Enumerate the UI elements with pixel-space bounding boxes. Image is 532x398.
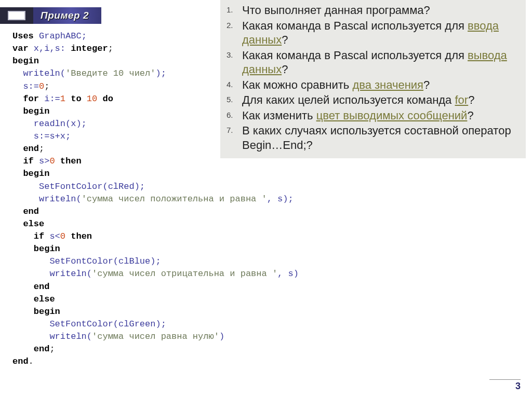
code-kw: begin	[12, 307, 60, 317]
code-str: 'сумма чисел положительна и равна '	[82, 194, 267, 204]
code-kw: if	[12, 156, 34, 166]
question-item: Что выполняет данная программа?	[223, 3, 521, 18]
code-text: ;	[108, 44, 113, 53]
code-kw: do	[97, 94, 113, 104]
question-text: ?	[282, 63, 288, 76]
title-main: Пример 2	[33, 7, 101, 24]
code-ident: readln(x);	[12, 119, 87, 129]
code-ident: s:=	[12, 81, 39, 91]
code-ident: );	[155, 68, 166, 78]
question-text: Что выполняет данная программа?	[242, 4, 430, 17]
code-num: 10	[87, 94, 97, 104]
question-text: В каких случаях используется составной о…	[242, 124, 511, 152]
slide: Пример 2 Uses GraphABC; var x,i,s: integ…	[0, 0, 532, 398]
code-kw: if	[12, 231, 44, 241]
code-text: ;	[49, 344, 55, 354]
code-text: .	[29, 356, 34, 366]
code-kw: else	[12, 219, 44, 229]
code-str: 'сумма чисел отрицательна и равна '	[92, 269, 277, 279]
code-ident: i:=	[39, 94, 60, 104]
page-number: 3	[489, 379, 521, 392]
question-link[interactable]: цвет выводимых сообщений	[316, 109, 468, 122]
code-kw: var	[12, 44, 29, 53]
question-text: Как можно сравнить	[242, 78, 352, 91]
code-ident: writeln(	[12, 269, 92, 279]
code-text: ;	[39, 144, 44, 154]
code-ident: writeln(	[12, 332, 92, 341]
code-ident: s:=s+x;	[12, 131, 71, 141]
question-link[interactable]: два значения	[352, 78, 423, 91]
question-item: В каких случаях используется составной о…	[223, 123, 521, 152]
code-str: 'сумма чисел равна нулю'	[92, 332, 219, 341]
question-text: ?	[282, 33, 288, 46]
code-kw: begin	[12, 56, 39, 66]
code-kw: else	[12, 294, 55, 304]
code-kw: integer	[71, 44, 108, 53]
code-num: 0	[39, 81, 44, 91]
question-link[interactable]: for	[455, 93, 468, 106]
code-ident: writeln(	[12, 194, 82, 204]
code-kw: for	[12, 94, 39, 104]
question-text: Как изменить	[242, 109, 316, 122]
code-num: 0	[60, 231, 65, 241]
code-ident: GraphABC;	[34, 31, 87, 41]
code-kw: end	[12, 144, 39, 154]
question-text: ?	[467, 109, 473, 122]
title-decor-icon	[0, 7, 33, 24]
questions-panel: Что выполняет данная программа? Какая ко…	[220, 0, 526, 158]
code-num: 1	[60, 94, 65, 104]
code-ident: writeln(	[12, 68, 65, 78]
code-kw: begin	[12, 106, 49, 116]
question-item: Какая команда в Pascal используется для …	[223, 19, 521, 47]
code-ident: s<	[44, 231, 60, 241]
question-text: ?	[468, 93, 474, 106]
slide-title: Пример 2	[41, 10, 89, 21]
question-text: Для каких целей используется команда	[242, 93, 455, 106]
question-item: Как изменить цвет выводимых сообщений?	[223, 108, 521, 123]
code-kw: end	[12, 356, 29, 366]
question-item: Для каких целей используется команда for…	[223, 93, 521, 107]
code-kw: end	[12, 207, 39, 216]
code-kw: end	[12, 344, 49, 354]
code-text: ;	[44, 81, 49, 91]
code-kw: begin	[12, 169, 49, 179]
code-ident: , s)	[277, 269, 299, 279]
question-text: Какая команда в Pascal используется для	[242, 19, 468, 32]
code-ident: SetFontColor(clBlue);	[12, 256, 161, 266]
code-kw: then	[55, 156, 82, 166]
code-kw: Uses	[12, 31, 34, 41]
code-ident: SetFontColor(clGreen);	[12, 319, 166, 329]
code-num: 0	[49, 156, 55, 166]
code-kw: to	[65, 94, 87, 104]
question-text: Какая команда в Pascal используется для	[242, 49, 468, 62]
question-item: Какая команда в Pascal используется для …	[223, 48, 521, 77]
title-bar: Пример 2	[0, 7, 101, 24]
code-ident: SetFontColor(clRed);	[12, 182, 145, 191]
title-decor-inner	[8, 11, 25, 20]
questions-list: Что выполняет данная программа? Какая ко…	[223, 3, 521, 152]
code-str: 'Введите 10 чиел'	[65, 68, 155, 78]
question-item: Как можно сравнить два значения?	[223, 78, 521, 92]
code-ident: s>	[34, 156, 50, 166]
code-ident: )	[219, 332, 224, 341]
code-ident: , s);	[267, 194, 294, 204]
code-ident: x,i,s:	[29, 44, 71, 53]
code-kw: then	[65, 231, 92, 241]
code-kw: end	[12, 282, 49, 292]
code-kw: begin	[12, 244, 60, 254]
question-text: ?	[423, 78, 430, 91]
